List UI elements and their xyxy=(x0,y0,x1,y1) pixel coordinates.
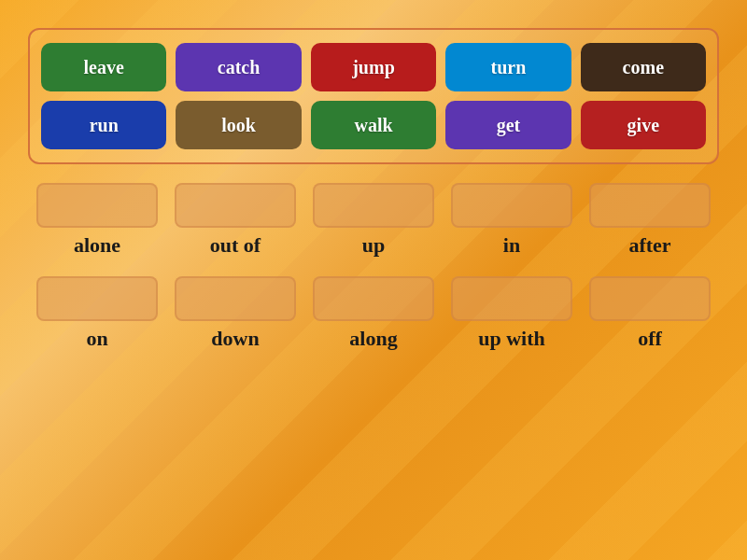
drop-row-1: aloneout ofupinafter xyxy=(28,183,719,258)
drop-row-2: ondownalongup withoff xyxy=(28,276,719,351)
drop-box-after[interactable] xyxy=(589,183,711,228)
drop-item-up-with: up with xyxy=(451,276,572,351)
word-row-1: leavecatchjumpturncome xyxy=(41,43,706,91)
drop-item-alone: alone xyxy=(36,183,158,258)
drop-label-down: down xyxy=(211,327,259,351)
drop-label-alone: alone xyxy=(74,233,120,258)
drop-item-down: down xyxy=(175,276,296,351)
drop-box-up-with[interactable] xyxy=(451,276,572,321)
drop-box-down[interactable] xyxy=(175,276,296,321)
drop-item-on: on xyxy=(36,276,158,351)
drop-item-along: along xyxy=(313,276,434,351)
word-card-jump[interactable]: jump xyxy=(311,43,436,91)
word-card-give[interactable]: give xyxy=(581,101,706,149)
drop-box-alone[interactable] xyxy=(36,183,158,228)
drop-label-out-of: out of xyxy=(210,233,261,258)
word-card-turn[interactable]: turn xyxy=(445,43,571,91)
word-card-catch[interactable]: catch xyxy=(176,43,301,91)
word-card-leave[interactable]: leave xyxy=(41,43,166,91)
drop-label-in: in xyxy=(503,233,520,258)
drop-label-on: on xyxy=(86,327,107,351)
drop-item-out-of: out of xyxy=(175,183,296,258)
drop-box-off[interactable] xyxy=(589,276,711,321)
drop-label-along: along xyxy=(349,327,397,351)
word-card-look[interactable]: look xyxy=(176,101,301,149)
drop-section-1: aloneout ofupinafter xyxy=(28,183,719,258)
drop-item-off: off xyxy=(589,276,711,351)
word-card-come[interactable]: come xyxy=(581,43,706,91)
word-row-2: runlookwalkgetgive xyxy=(41,101,706,149)
drop-item-up: up xyxy=(313,183,434,258)
page-wrapper: leavecatchjumpturncome runlookwalkgetgiv… xyxy=(0,0,747,370)
drop-label-up: up xyxy=(362,233,385,258)
drop-label-off: off xyxy=(638,327,662,351)
drop-item-in: in xyxy=(451,183,572,258)
word-card-run[interactable]: run xyxy=(41,101,166,149)
drop-box-up[interactable] xyxy=(313,183,434,228)
drop-box-along[interactable] xyxy=(313,276,434,321)
drop-label-up-with: up with xyxy=(478,327,545,351)
drop-box-on[interactable] xyxy=(36,276,158,321)
word-panel: leavecatchjumpturncome runlookwalkgetgiv… xyxy=(28,28,719,164)
word-card-walk[interactable]: walk xyxy=(311,101,436,149)
drop-section-2: ondownalongup withoff xyxy=(28,276,719,351)
drop-item-after: after xyxy=(589,183,711,258)
word-card-get[interactable]: get xyxy=(445,101,571,149)
drop-box-out-of[interactable] xyxy=(175,183,296,228)
drop-label-after: after xyxy=(628,233,670,258)
drop-box-in[interactable] xyxy=(451,183,572,228)
